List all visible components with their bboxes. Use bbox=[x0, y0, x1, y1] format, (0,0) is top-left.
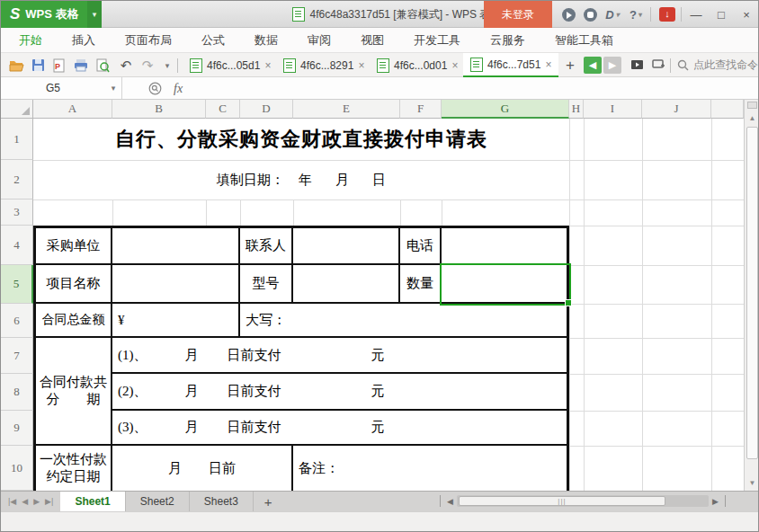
column-header-g-selected[interactable]: G bbox=[442, 100, 569, 119]
row-header-10[interactable]: 10 bbox=[1, 446, 33, 491]
tab-close-icon[interactable]: × bbox=[358, 59, 364, 72]
sheet-tab-sheet2[interactable]: Sheet2 bbox=[126, 492, 190, 511]
cell-installment-2[interactable]: (2)、月日前支付元 bbox=[112, 374, 569, 411]
menu-review[interactable]: 审阅 bbox=[308, 32, 331, 49]
selected-cell-g5[interactable] bbox=[440, 263, 571, 306]
fill-handle[interactable] bbox=[565, 299, 572, 306]
row-header-4[interactable]: 4 bbox=[1, 226, 33, 265]
column-header-d[interactable]: D bbox=[240, 100, 293, 119]
tab-close-icon[interactable]: × bbox=[451, 59, 458, 72]
scroll-right-icon[interactable]: ▶ bbox=[709, 497, 722, 506]
row-header-5-selected[interactable]: 5 bbox=[1, 265, 33, 304]
presentation-icon[interactable] bbox=[627, 56, 647, 75]
column-header-a[interactable]: A bbox=[33, 100, 112, 119]
cell-total-amount-label[interactable]: 合同总金额 bbox=[33, 304, 112, 338]
download-icon[interactable]: ↓ bbox=[656, 1, 679, 28]
cell-amount-words[interactable]: 大写： bbox=[240, 304, 569, 338]
arrange-window-icon[interactable] bbox=[648, 56, 668, 75]
cell-quantity-label[interactable]: 数量 bbox=[400, 265, 442, 304]
first-sheet-icon[interactable]: |◀ bbox=[8, 497, 16, 506]
cell-project-name-label[interactable]: 项目名称 bbox=[33, 265, 112, 304]
select-all-corner[interactable] bbox=[1, 100, 33, 119]
cell-contact-label[interactable]: 联系人 bbox=[240, 226, 293, 265]
horizontal-scroll-track[interactable]: ||| bbox=[457, 495, 709, 507]
cell-model-label[interactable]: 型号 bbox=[240, 265, 293, 304]
row-header-1[interactable]: 1 bbox=[1, 119, 33, 160]
vertical-scrollbar[interactable]: ▲ ▼ bbox=[744, 100, 759, 491]
cell-remark[interactable]: 备注： bbox=[293, 446, 569, 491]
open-file-icon[interactable] bbox=[6, 56, 26, 75]
row-header-7[interactable]: 7 bbox=[1, 338, 33, 374]
tab-close-icon[interactable]: × bbox=[545, 58, 551, 71]
scroll-down-icon[interactable]: ▼ bbox=[745, 475, 759, 490]
logo-dropdown-icon[interactable]: ▾ bbox=[87, 1, 102, 28]
cell-installments-label[interactable]: 合同付款共分 期 bbox=[33, 338, 112, 446]
account-circle-icon[interactable] bbox=[558, 1, 578, 28]
cell-phone-input[interactable] bbox=[442, 226, 569, 265]
row-header-6[interactable]: 6 bbox=[1, 304, 33, 338]
add-sheet-button[interactable]: + bbox=[254, 492, 283, 511]
cell-lump-sum-date[interactable]: 月日前 bbox=[112, 446, 293, 491]
cell-contact-input[interactable] bbox=[293, 226, 400, 265]
name-box[interactable]: G5 ▾ bbox=[1, 77, 122, 99]
sheet-tab-sheet3[interactable]: Sheet3 bbox=[190, 492, 254, 511]
login-button[interactable]: 未登录 bbox=[484, 1, 552, 28]
print-preview-icon[interactable] bbox=[93, 56, 112, 75]
minimize-button[interactable]: — bbox=[684, 1, 708, 28]
menu-insert[interactable]: 插入 bbox=[72, 32, 95, 49]
vertical-scroll-thumb[interactable] bbox=[746, 127, 758, 459]
export-pdf-icon[interactable]: P bbox=[49, 56, 69, 75]
toolbar-dropdown-icon[interactable]: ▾ bbox=[161, 56, 174, 75]
tab-scroll-left-button[interactable]: ◀ bbox=[584, 57, 602, 74]
cell-currency[interactable]: ¥ bbox=[112, 304, 240, 338]
print-icon[interactable] bbox=[71, 56, 91, 75]
spreadsheet-grid[interactable]: A B C D E F G H I J 1 2 3 4 5 6 7 8 9 10 bbox=[1, 100, 744, 491]
doc-tab-2[interactable]: 4f6c...8291 × bbox=[276, 53, 371, 77]
last-sheet-icon[interactable]: ▶| bbox=[45, 497, 53, 506]
skin-menu-icon[interactable]: D▾ bbox=[602, 1, 623, 28]
tab-scroll-right-button[interactable]: ▶ bbox=[603, 57, 621, 74]
menu-view[interactable]: 视图 bbox=[361, 32, 384, 49]
smart-search-icon[interactable] bbox=[145, 79, 165, 98]
column-header-partial[interactable] bbox=[711, 100, 744, 119]
row-header-3[interactable]: 3 bbox=[1, 200, 33, 226]
menu-smart-toolbox[interactable]: 智能工具箱 bbox=[555, 32, 613, 49]
new-tab-button[interactable]: + bbox=[560, 56, 580, 75]
row-header-2[interactable]: 2 bbox=[1, 160, 33, 200]
formula-input[interactable] bbox=[194, 77, 746, 101]
save-icon[interactable] bbox=[28, 56, 48, 75]
cell-model-input[interactable] bbox=[293, 265, 400, 304]
redo-icon[interactable]: ↷ bbox=[138, 56, 157, 75]
column-header-c[interactable]: C bbox=[206, 100, 240, 119]
menu-formulas[interactable]: 公式 bbox=[201, 32, 225, 49]
scroll-up-icon[interactable]: ▲ bbox=[745, 111, 759, 125]
sheet-tab-sheet1[interactable]: Sheet1 bbox=[60, 492, 125, 511]
column-header-e[interactable]: E bbox=[293, 100, 400, 119]
split-handle[interactable] bbox=[747, 102, 757, 109]
doc-tab-4-active[interactable]: 4f6c...7d51 × bbox=[463, 53, 558, 77]
column-header-i[interactable]: I bbox=[584, 100, 642, 119]
menu-developer[interactable]: 开发工具 bbox=[414, 32, 460, 49]
maximize-button[interactable]: □ bbox=[710, 1, 733, 28]
scroll-left-icon[interactable]: ◀ bbox=[443, 497, 457, 506]
settings-circle-icon[interactable] bbox=[580, 1, 600, 28]
menu-data[interactable]: 数据 bbox=[254, 32, 278, 49]
prev-sheet-icon[interactable]: ◀ bbox=[22, 497, 28, 506]
column-header-b[interactable]: B bbox=[112, 100, 206, 119]
cell-project-name-input[interactable] bbox=[112, 265, 240, 304]
cell-purchase-unit-input[interactable] bbox=[112, 226, 240, 265]
column-header-h[interactable]: H bbox=[569, 100, 584, 119]
tab-close-icon[interactable]: × bbox=[264, 59, 271, 72]
column-header-f[interactable]: F bbox=[400, 100, 442, 119]
doc-tab-1[interactable]: 4f6c...05d1 × bbox=[183, 53, 278, 77]
column-header-j[interactable]: J bbox=[642, 100, 711, 119]
cell-phone-label[interactable]: 电话 bbox=[400, 226, 442, 265]
horizontal-scroll-thumb[interactable]: ||| bbox=[459, 496, 665, 506]
cell-lump-sum-label[interactable]: 一次性付款约定日期 bbox=[33, 446, 112, 491]
close-button[interactable]: × bbox=[735, 1, 758, 28]
row-header-8[interactable]: 8 bbox=[1, 374, 33, 411]
undo-icon[interactable]: ↶ bbox=[116, 56, 136, 75]
horizontal-scrollbar[interactable]: ◀ ||| ▶ bbox=[437, 493, 734, 509]
menu-page-layout[interactable]: 页面布局 bbox=[125, 32, 172, 49]
cell-purchase-unit-label[interactable]: 采购单位 bbox=[33, 226, 112, 265]
